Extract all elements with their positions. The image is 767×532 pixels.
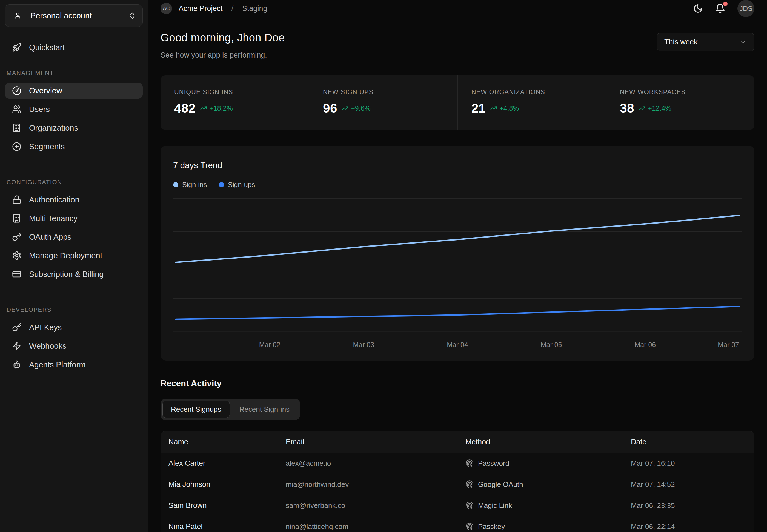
stat-label: NEW SIGN UPS [323,88,444,96]
line-chart: Mar 02Mar 03Mar 04Mar 05Mar 06Mar 07 [173,198,742,353]
trending-up-icon [639,105,646,112]
page-content: Good morning, Jhon Doe See how your app … [148,17,767,532]
x-axis-label: Mar 07 [718,341,739,348]
sidebar-item-quickstart[interactable]: Quickstart [5,39,143,55]
column-header-email: Email [286,438,465,446]
legend-item-sign-ups: Sign-ups [219,181,255,189]
cell-email: alex@acme.io [286,459,465,468]
sidebar-item-segments[interactable]: Segments [5,139,143,155]
stats-card: UNIQUE SIGN INS482+18.2%NEW SIGN UPS96+9… [161,75,754,130]
date-range-select[interactable]: This week [657,33,754,51]
sidebar-item-organizations[interactable]: Organizations [5,120,143,136]
sidebar-item-overview[interactable]: Overview [5,83,143,99]
stat-value: 21 [471,101,486,116]
method-label: Password [478,459,509,468]
tab-recent-sign-ins[interactable]: Recent Sign-ins [231,401,298,418]
cell-name: Sam Brown [168,501,286,510]
breadcrumb-environment[interactable]: Staging [242,4,267,13]
column-header-date: Date [631,438,746,446]
sidebar-item-multi-tenancy[interactable]: Multi Tenancy [5,210,143,226]
chevron-down-icon [739,38,747,46]
breadcrumb-project[interactable]: Acme Project [179,4,223,13]
recent-activity-title: Recent Activity [161,379,754,388]
stat-value: 38 [620,101,634,116]
sidebar-item-subscription-billing[interactable]: Subscription & Billing [5,266,143,282]
date-range-value: This week [664,38,735,46]
sidebar-item-authentication[interactable]: Authentication [5,192,143,208]
workspace-label: Personal account [30,11,122,20]
chart-svg: Mar 02Mar 03Mar 04Mar 05Mar 06Mar 07 [173,198,742,353]
sidebar-item-agents-platform[interactable]: Agents Platform [5,357,143,373]
recent-activity-table: NameEmailMethodDate Alex Carteralex@acme… [161,431,754,532]
stat-label: NEW WORKSPACES [620,88,741,96]
key-icon [12,232,21,242]
workspace-switcher[interactable]: Personal account [5,4,143,27]
table-body: Alex Carteralex@acme.ioPasswordMar 07, 1… [161,453,754,532]
cell-date: Mar 06, 22:14 [631,522,746,531]
cell-method: Password [465,459,631,468]
chart-title: 7 days Trend [173,161,742,170]
method-label: Google OAuth [478,480,523,489]
stat-label: NEW ORGANIZATIONS [471,88,592,96]
bot-icon [12,360,21,369]
table-row: Sam Brownsam@riverbank.coMagic LinkMar 0… [161,495,754,516]
cell-date: Mar 07, 14:52 [631,480,746,489]
moon-icon [693,4,703,13]
breadcrumb-separator: / [231,4,234,13]
sidebar-item-label: Subscription & Billing [29,270,104,279]
table-row: Nina Patelnina@latticehq.comPasskeyMar 0… [161,516,754,532]
chart-legend: Sign-insSign-ups [173,181,742,189]
project-avatar[interactable]: AC [161,3,172,14]
sidebar-item-manage-deployment[interactable]: Manage Deployment [5,248,143,264]
users-icon [12,105,21,114]
recent-activity-tabs: Recent SignupsRecent Sign-ins [161,399,300,420]
notifications-button[interactable] [715,3,725,14]
hero-text: Good morning, Jhon Doe See how your app … [161,32,285,59]
stat-delta-value: +18.2% [209,104,233,112]
fingerprint-icon [465,480,474,488]
page-subtitle: See how your app is performing. [161,51,285,59]
building-icon [12,214,21,223]
legend-dot [173,182,178,187]
table-row: Mia Johnsonmia@northwind.devGoogle OAuth… [161,474,754,495]
table-row: Alex Carteralex@acme.ioPasswordMar 07, 1… [161,453,754,474]
sidebar-item-label: Manage Deployment [29,251,102,260]
cell-method: Google OAuth [465,480,631,489]
fingerprint-icon [465,522,474,531]
sidebar-item-webhooks[interactable]: Webhooks [5,338,143,354]
topbar: AC Acme Project / Staging JDS [148,0,767,17]
sidebar-item-label: Agents Platform [29,360,85,369]
legend-label: Sign-ups [228,181,255,189]
stat-delta: +4.8% [490,104,519,112]
sidebar-item-api-keys[interactable]: API Keys [5,319,143,335]
sidebar-item-label: Overview [29,86,62,95]
sidebar-item-label: API Keys [29,323,62,332]
sidebar-item-label: OAuth Apps [29,233,71,242]
user-avatar[interactable]: JDS [737,0,754,17]
trend-chart-card: 7 days Trend Sign-insSign-ups Mar 02Mar … [161,146,754,361]
legend-item-sign-ins: Sign-ins [173,181,207,189]
series-line-sign-ups [176,307,739,319]
stat-delta-value: +12.4% [648,104,671,112]
x-axis-label: Mar 06 [634,341,656,348]
cell-name: Alex Carter [168,459,286,468]
sidebar-item-label: Authentication [29,195,79,204]
cell-email: mia@northwind.dev [286,480,465,489]
theme-toggle-button[interactable] [693,4,703,13]
cell-email: sam@riverbank.co [286,501,465,510]
method-label: Magic Link [478,501,512,510]
sidebar-item-label: Webhooks [29,342,67,351]
tab-recent-signups[interactable]: Recent Signups [162,401,230,418]
sidebar-item-label: Multi Tenancy [29,214,78,223]
circle-plus-icon [12,142,21,151]
sidebar-item-users[interactable]: Users [5,101,143,117]
sidebar-item-label: Segments [29,142,65,151]
stat-card-new-sign-ups: NEW SIGN UPS96+9.6% [309,75,457,130]
sidebar-item-oauth-apps[interactable]: OAuth Apps [5,229,143,245]
sidebar-section-label: DEVELOPERS [7,306,143,313]
lock-icon [12,195,21,204]
credit-card-icon [12,270,21,279]
series-line-sign-ins [176,215,739,262]
workspace-avatar [11,9,24,22]
sidebar-section-label: CONFIGURATION [7,179,143,186]
